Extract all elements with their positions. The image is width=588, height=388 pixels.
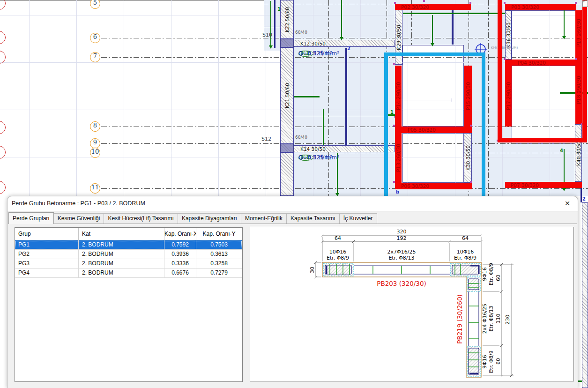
plan-text-lbl: S10 — [262, 32, 272, 38]
table-row-PG3[interactable]: PG32. BODRUM0.33360.3258 — [15, 259, 242, 269]
beam-label: K40 30/50 — [576, 141, 581, 166]
axis-line-9 — [101, 143, 588, 144]
clipped-axis-bubble — [0, 121, 6, 134]
column[interactable] — [280, 144, 294, 152]
grid-axis-bubble-10[interactable]: 10 — [90, 148, 100, 158]
dim-tick — [264, 25, 264, 29]
hatched-strip[interactable] — [582, 202, 588, 388]
node-marker — [469, 2, 471, 4]
cell-kap_y: 0.7279 — [196, 269, 242, 277]
svg-text:Etr. Φ8/9: Etr. Φ8/9 — [327, 255, 349, 261]
tab-perde-gruplari[interactable]: Perde Grupları — [8, 212, 54, 224]
svg-text:9Φ16: 9Φ16 — [482, 355, 488, 369]
tab-ic-kuvvetler[interactable]: İç Kuvvetler — [339, 213, 377, 224]
column-header-3[interactable]: Kap. Oranı-Y — [196, 228, 242, 240]
rebar-direction-line — [323, 109, 324, 145]
red-selection-box[interactable] — [498, 0, 587, 142]
hatched-strip[interactable] — [280, 152, 294, 196]
table-row-PG1[interactable]: PG12. BODRUM0.75920.7503 — [15, 240, 242, 250]
beam-k22[interactable]: K22 50/60 — [280, 0, 294, 39]
frame-line — [345, 48, 347, 146]
beam-label: K21 50/60 — [284, 83, 290, 108]
rebar-direction-line — [341, 0, 342, 37]
axis-line-11 — [101, 188, 588, 189]
blue-selection-box[interactable] — [384, 52, 485, 207]
column-header-1[interactable]: Kat — [79, 228, 164, 240]
beam-k21[interactable]: K21 50/60 — [280, 47, 294, 144]
node-marker — [394, 2, 396, 4]
column-header-2[interactable]: Kap. Oranı-X — [164, 228, 196, 240]
beam-label: K12 30/50 — [300, 41, 326, 46]
grid-axis-bubble-7[interactable]: 7 — [90, 52, 100, 62]
beam-k14[interactable]: K14 30/50 — [294, 145, 395, 152]
grid-axis-bubble-8[interactable]: 8 — [90, 121, 100, 132]
shear-wall-label: P02 30/320 — [401, 4, 429, 10]
tab-kapasite-tasarimi[interactable]: Kapasite Tasarımı — [286, 213, 340, 224]
grid-axis-bubble-11[interactable]: 11 — [90, 183, 100, 194]
rebar-direction-line — [270, 1, 271, 46]
cell-grup: PG3 — [15, 259, 79, 268]
dim-thickness: 30 — [309, 267, 315, 273]
axis-line-v — [488, 0, 489, 196]
table-body: PG12. BODRUM0.75920.7503PG22. BODRUM0.39… — [15, 240, 242, 278]
axis-line-10 — [101, 153, 588, 153]
column-header-0[interactable]: Grup — [15, 228, 79, 240]
dialog-title: Perde Grubu Betonarme : PG1 - P03 / 2. B… — [12, 200, 145, 207]
plan-dim-line — [289, 116, 395, 116]
wall-section-drawing: 320 64 192 64 30 60 110 230 60 — [250, 227, 573, 381]
rebar-direction-line — [432, 15, 433, 44]
plan-text-lbl: S12 — [261, 136, 271, 142]
tab-moment-egrilik[interactable]: Moment-Eğrilik — [241, 213, 287, 224]
plan-text-bmark: 2 — [347, 46, 350, 51]
rebar-direction-line — [403, 13, 507, 14]
shear-wall-p02[interactable]: P02 30/320 — [395, 4, 471, 10]
svg-text:Etr. Φ8/9: Etr. Φ8/9 — [488, 263, 494, 285]
table-row-PG4[interactable]: PG42. BODRUM0.66760.7279 — [15, 269, 242, 278]
grid-axis-bubble-9[interactable]: 9 — [90, 138, 100, 149]
tab-strip: Perde GruplarıKesme GüvenliğiKesit Hücre… — [8, 213, 577, 224]
corner-tool-icon — [582, 0, 588, 7]
slab-region — [264, 51, 280, 196]
plan-text-gmark: 4 — [560, 148, 563, 153]
svg-text:Etr. Φ8/9: Etr. Φ8/9 — [488, 351, 494, 373]
beam-k12[interactable]: K12 30/50 — [294, 40, 395, 47]
dim-60-top: 60 — [495, 275, 501, 281]
dim-230: 230 — [505, 315, 511, 325]
grid-axis-bubble-5[interactable]: 5 — [90, 0, 100, 9]
cell-grup: PG2 — [15, 250, 79, 259]
clipped-axis-bubble — [0, 181, 6, 194]
cell-kap_y: 0.3613 — [196, 250, 242, 259]
shear-wall-p07[interactable]: P07 30/320 — [505, 182, 582, 188]
beam-label: K29 30/50 — [396, 25, 402, 50]
svg-text:Etr. Φ8/9: Etr. Φ8/9 — [454, 255, 476, 261]
cell-kap_x: 0.3936 — [164, 250, 196, 259]
shear-wall-label: P07 30/320 — [511, 182, 539, 188]
frame-line — [581, 187, 582, 202]
dialog-titlebar[interactable]: Perde Grubu Betonarme : PG1 - P03 / 2. B… — [7, 196, 578, 212]
grid-line-v — [313, 0, 313, 196]
plan-text-small: 60/40 — [295, 30, 307, 35]
grid-axis-bubble-6[interactable]: 6 — [90, 33, 100, 43]
tab-kesme-guvenligi[interactable]: Kesme Güvenliği — [53, 213, 104, 224]
cell-kap_x: 0.6676 — [164, 269, 196, 277]
column[interactable] — [280, 39, 294, 47]
cell-kap_y: 0.3258 — [196, 259, 242, 268]
plan-text-gmark: 1 — [277, 7, 281, 12]
close-icon[interactable]: × — [563, 198, 572, 209]
frame-line — [274, 0, 275, 48]
table-header-row: GrupKatKap. Oranı-XKap. Oranı-Y — [15, 228, 242, 240]
svg-text:2x4 Φ16/25: 2x4 Φ16/25 — [482, 304, 488, 334]
cell-grup: PG4 — [15, 269, 79, 277]
rebar-direction-line — [293, 96, 320, 97]
grid-line-v — [29, 0, 30, 196]
tab-kapasite-diyagramlari[interactable]: Kapasite Diyagramları — [178, 213, 241, 224]
dim-total: 320 — [397, 229, 407, 235]
section-name-horizontal: PB203 (320/30) — [377, 280, 426, 287]
dim-seg-right: 64 — [462, 235, 469, 241]
svg-text:Etr. Φ8/13: Etr. Φ8/13 — [488, 306, 494, 331]
dim-110: 110 — [495, 314, 501, 324]
tab-kesit-hucresi-lif-tasarimi[interactable]: Kesit Hücresi(Lif) Tasarımı — [104, 213, 178, 224]
table-row-PG2[interactable]: PG22. BODRUM0.39360.3613 — [15, 250, 242, 259]
grid-line-v — [76, 0, 77, 196]
arrowhead-icon — [431, 43, 434, 46]
